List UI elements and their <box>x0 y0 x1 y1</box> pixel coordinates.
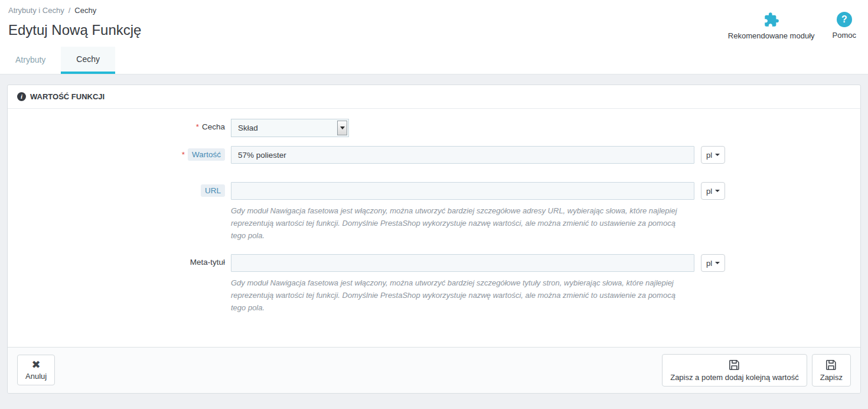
feature-select[interactable]: Skład <box>231 119 349 137</box>
info-icon: i <box>17 92 26 101</box>
meta-title-language-code: pl <box>706 259 712 268</box>
caret-down-icon <box>715 262 720 264</box>
form-row-url: URL pl Gdy moduł Nawigacja fasetowa jest… <box>8 182 860 242</box>
help-label: Pomoc <box>833 31 856 40</box>
feature-label: Cecha <box>202 122 225 131</box>
required-marker: * <box>182 150 185 159</box>
tab-atrybuty[interactable]: Atrybuty <box>0 47 61 74</box>
meta-title-input[interactable] <box>231 254 694 272</box>
feature-label-wrap: *Cecha <box>8 119 225 131</box>
cancel-button[interactable]: ✖ Anuluj <box>17 355 55 385</box>
select-arrow-icon <box>337 121 347 135</box>
meta-title-language-dropdown[interactable]: pl <box>701 254 725 272</box>
feature-select-value: Skład <box>238 124 258 132</box>
value-language-dropdown[interactable]: pl <box>701 146 725 164</box>
breadcrumb-current: Cechy <box>74 6 96 15</box>
panel-footer: ✖ Anuluj Zapisz a potem dodaj kolejną wa… <box>8 347 860 393</box>
url-input[interactable] <box>231 182 694 200</box>
caret-down-icon <box>715 154 720 156</box>
url-label-wrap: URL <box>8 182 225 197</box>
meta-title-label-wrap: Meta-tytuł <box>8 254 225 267</box>
url-language-dropdown[interactable]: pl <box>701 182 725 200</box>
value-label: Wartość <box>188 148 225 161</box>
form-row-feature: *Cecha Skład <box>8 119 860 137</box>
save-icon <box>728 359 740 371</box>
feature-value-form: *Cecha Skład *Wartość <box>8 109 860 331</box>
recommended-modules-label: Rekomendowane moduły <box>728 31 815 40</box>
form-row-meta-title: Meta-tytuł pl Gdy moduł Nawigacja faseto… <box>8 254 860 314</box>
save-button-label: Zapisz <box>820 373 843 382</box>
tab-cechy[interactable]: Cechy <box>61 47 115 74</box>
panel-title: WARTOŚĆ FUNKCJI <box>30 92 105 101</box>
header-actions: Rekomendowane moduły ? Pomoc <box>728 12 856 40</box>
meta-title-help-text: Gdy moduł Nawigacja fasetowa jest włączo… <box>231 277 681 314</box>
save-icon <box>825 359 837 371</box>
feature-value-panel: i WARTOŚĆ FUNKCJI *Cecha Skład *Wa <box>7 85 861 394</box>
url-language-code: pl <box>706 187 712 196</box>
breadcrumb-parent-link[interactable]: Atrybuty i Cechy <box>8 6 64 15</box>
recommended-modules-button[interactable]: Rekomendowane moduły <box>728 12 815 40</box>
question-icon: ? <box>837 12 852 27</box>
top-header: Atrybuty i Cechy/Cechy Edytuj Nową Funkc… <box>0 0 868 74</box>
help-button[interactable]: ? Pomoc <box>833 12 856 40</box>
value-language-code: pl <box>706 151 712 160</box>
cancel-button-label: Anuluj <box>25 372 47 381</box>
cancel-x-icon: ✖ <box>32 359 41 370</box>
panel-header: i WARTOŚĆ FUNKCJI <box>8 85 860 109</box>
required-marker: * <box>196 122 199 131</box>
form-row-value: *Wartość pl <box>8 146 860 164</box>
save-button[interactable]: Zapisz <box>812 354 851 387</box>
url-label: URL <box>201 184 225 197</box>
meta-title-label: Meta-tytuł <box>190 258 225 267</box>
breadcrumb-separator: / <box>68 6 71 15</box>
caret-down-icon <box>715 190 720 192</box>
url-help-text: Gdy moduł Nawigacja fasetowa jest włączo… <box>231 205 681 242</box>
tab-bar: Atrybuty Cechy <box>0 47 868 74</box>
puzzle-icon <box>763 12 779 28</box>
value-input[interactable] <box>231 146 694 164</box>
content-area: i WARTOŚĆ FUNKCJI *Cecha Skład *Wa <box>0 74 868 404</box>
save-and-add-button-label: Zapisz a potem dodaj kolejną wartość <box>670 373 799 382</box>
save-and-add-button[interactable]: Zapisz a potem dodaj kolejną wartość <box>662 354 807 387</box>
value-label-wrap: *Wartość <box>8 146 225 161</box>
